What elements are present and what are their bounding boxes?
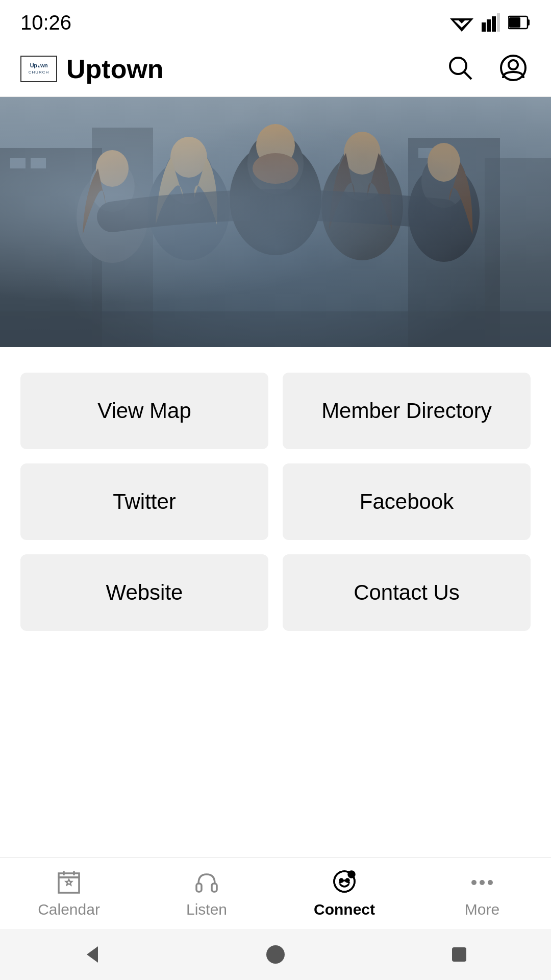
svg-rect-44 [212,884,217,892]
svg-point-47 [340,879,343,882]
app-header: Up▲wnCHURCH Uptown [0,41,551,97]
battery-icon [508,15,531,30]
svg-point-34 [90,161,135,212]
nav-label-connect: Connect [314,901,375,918]
facebook-button[interactable]: Facebook [283,463,531,540]
svg-rect-6 [497,13,500,32]
nav-item-more[interactable]: More [413,864,551,923]
svg-point-29 [170,137,207,178]
nav-label-more: More [465,901,499,918]
back-icon [81,943,103,966]
contact-us-button[interactable]: Contact Us [283,554,531,631]
signal-icon [482,13,500,32]
hero-image [0,97,551,347]
nav-label-calendar: Calendar [38,901,100,918]
svg-rect-22 [439,148,454,158]
search-button[interactable] [443,51,478,87]
connect-icon [331,869,358,896]
svg-point-54 [266,945,285,964]
svg-point-36 [408,165,480,262]
app-logo: Up▲wnCHURCH [20,56,57,82]
svg-point-33 [77,171,148,263]
status-time: 10:26 [20,11,71,34]
svg-point-23 [230,143,321,255]
svg-rect-14 [0,97,551,347]
svg-point-25 [256,124,295,167]
calendar-icon [56,869,82,896]
svg-rect-55 [452,947,466,962]
status-bar: 10:26 [0,0,551,41]
twitter-button[interactable]: Twitter [20,463,268,540]
nav-item-calendar[interactable]: Calendar [0,864,138,923]
nav-label-listen: Listen [186,901,227,918]
nav-item-connect[interactable]: Connect [276,864,413,923]
svg-rect-43 [196,884,202,892]
svg-rect-21 [418,148,434,158]
svg-rect-4 [487,19,491,32]
profile-button[interactable] [496,51,531,87]
nav-item-listen[interactable]: Listen [138,864,276,923]
svg-rect-39 [0,311,551,347]
view-map-button[interactable]: View Map [20,373,268,449]
wifi-icon [450,13,473,32]
svg-point-51 [480,880,485,885]
svg-rect-8 [528,19,530,26]
headphones-icon [193,869,220,896]
home-icon [264,943,287,966]
svg-rect-18 [485,158,551,347]
recent-icon [448,943,470,966]
svg-point-28 [164,148,213,204]
svg-line-11 [464,72,471,79]
svg-rect-17 [408,138,500,347]
app-title: Uptown [66,54,164,84]
svg-rect-3 [482,22,486,32]
svg-point-32 [344,132,381,175]
svg-point-37 [421,155,466,208]
svg-point-13 [509,60,518,69]
svg-point-50 [471,880,477,885]
svg-rect-19 [10,158,26,168]
hero-silhouette [0,97,551,347]
svg-point-24 [247,133,304,194]
bottom-nav: Calendar Listen Connect More [0,857,551,929]
svg-point-30 [321,153,403,260]
search-icon [447,55,473,81]
more-icon [469,869,495,896]
profile-icon [500,55,527,81]
svg-point-31 [338,144,387,201]
svg-point-52 [488,880,493,885]
recent-button[interactable] [448,943,470,966]
svg-point-48 [346,879,349,882]
svg-point-27 [148,158,230,260]
home-button[interactable] [264,943,287,966]
header-logo-area: Up▲wnCHURCH Uptown [20,54,443,84]
back-button[interactable] [81,943,103,966]
member-directory-button[interactable]: Member Directory [283,373,531,449]
svg-point-35 [96,150,129,187]
svg-point-10 [450,58,466,74]
svg-rect-5 [492,16,496,32]
android-nav-bar [0,929,551,980]
svg-rect-16 [92,128,153,347]
status-icons [450,13,531,32]
website-button[interactable]: Website [20,554,268,631]
buttons-grid: View Map Member Directory Twitter Facebo… [0,347,551,656]
svg-point-26 [253,153,298,184]
svg-marker-53 [87,946,98,963]
svg-rect-9 [509,17,520,28]
svg-rect-20 [31,158,46,168]
svg-point-49 [348,871,355,877]
header-actions [443,51,531,87]
svg-rect-15 [0,148,102,347]
svg-point-38 [428,143,460,182]
